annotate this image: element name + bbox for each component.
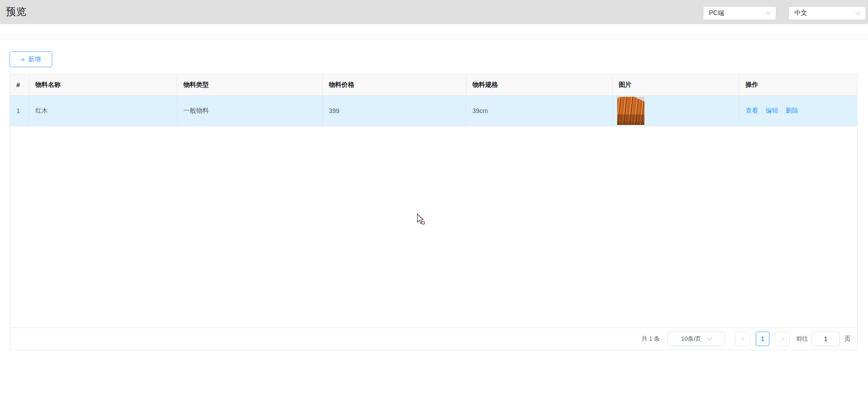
top-bar: 预览 PC端 中文 (0, 0, 868, 24)
prev-page-button[interactable] (735, 332, 750, 346)
chevron-left-icon (741, 337, 746, 341)
cell-index: 1 (10, 95, 29, 126)
pagination-bar: 共 1 条 10条/页 1 前往 页 (10, 328, 857, 350)
chevron-down-icon (766, 10, 771, 15)
pagination-total: 共 1 条 (642, 335, 660, 343)
cell-material-type: 一般物料 (177, 95, 322, 126)
chevron-down-icon (707, 335, 712, 340)
wood-sticks-thumbnail[interactable] (617, 97, 644, 125)
view-link[interactable]: 查看 (746, 107, 758, 115)
materials-table-panel: # 物料名称 物料类型 物料价格 物料规格 图片 操作 1 红木 一般物料 39… (10, 74, 858, 350)
page-size-value: 10条/页 (681, 335, 701, 343)
page-size-select[interactable]: 10条/页 (667, 332, 725, 346)
add-button-label: 新增 (28, 55, 41, 64)
page-unit-label: 页 (844, 335, 851, 343)
next-page-button[interactable] (775, 332, 790, 346)
header-divider (0, 39, 868, 40)
edit-link[interactable]: 编辑 (766, 107, 778, 115)
table-row: 1 红木 一般物料 399 39cm 查看 编辑 删除 (10, 95, 857, 126)
column-header-index: # (10, 74, 29, 95)
chevron-down-icon (855, 10, 860, 15)
preview-page: 预览 PC端 中文 + 新增 # 物料名称 物料类型 物料 (0, 0, 868, 397)
cell-image (612, 95, 739, 126)
goto-page-input[interactable] (812, 332, 840, 346)
page-number-1[interactable]: 1 (756, 332, 769, 346)
chevron-right-icon (779, 337, 784, 341)
device-select-value: PC端 (709, 9, 724, 17)
cell-material-name: 红木 (29, 95, 177, 126)
goto-label: 前往 (796, 335, 808, 343)
column-header-image: 图片 (612, 74, 739, 95)
delete-link[interactable]: 删除 (786, 107, 798, 115)
cell-material-price: 399 (322, 95, 466, 126)
plus-icon: + (21, 56, 25, 63)
column-header-material-spec: 物料规格 (466, 74, 612, 95)
cell-actions: 查看 编辑 删除 (739, 95, 857, 126)
column-header-material-type: 物料类型 (177, 74, 322, 95)
materials-table: # 物料名称 物料类型 物料价格 物料规格 图片 操作 1 红木 一般物料 39… (10, 74, 857, 126)
add-button[interactable]: + 新增 (10, 51, 52, 67)
column-header-material-price: 物料价格 (322, 74, 466, 95)
language-select-value: 中文 (794, 9, 807, 17)
column-header-actions: 操作 (739, 74, 857, 95)
device-select[interactable]: PC端 (703, 6, 776, 20)
column-header-material-name: 物料名称 (29, 74, 177, 95)
row-actions: 查看 编辑 删除 (746, 107, 858, 115)
cell-material-spec: 39cm (466, 95, 612, 126)
language-select[interactable]: 中文 (788, 6, 866, 20)
page-title: 预览 (6, 5, 27, 19)
table-header-row: # 物料名称 物料类型 物料价格 物料规格 图片 操作 (10, 74, 857, 95)
